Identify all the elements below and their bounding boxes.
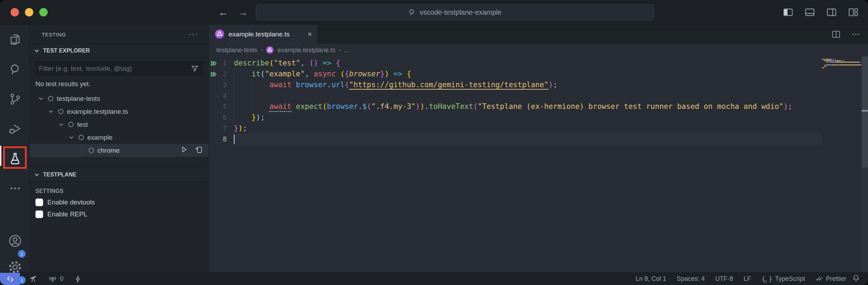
test-explorer-section-header[interactable]: TEST EXPLORER [30,44,208,57]
line-content[interactable]: }); [234,112,822,123]
sidebar-title: TESTING [42,32,66,37]
status-cursor-position[interactable]: Ln 8, Col 1 [636,275,666,283]
toggle-panel-icon[interactable] [804,7,815,18]
status-indentation[interactable]: Spaces: 4 [677,275,705,283]
status-eol[interactable]: LF [744,275,751,283]
close-icon[interactable] [11,8,19,16]
zoom-icon[interactable] [39,8,48,16]
sidebar-item-explorer[interactable] [0,25,30,54]
navigate-back-icon[interactable]: ← [218,6,229,18]
double-check-icon: ✓✓ [815,275,820,283]
token-b2: { [336,59,340,67]
breadcrumb-symbol[interactable]: ... [344,47,350,54]
line-content[interactable]: await expect(browser.$(".f4.my-3")).toHa… [234,101,822,112]
navigate-forward-icon[interactable]: → [238,6,248,18]
tab-close-icon[interactable]: × [307,30,312,39]
tab-example-testplane[interactable]: example.testplane.ts × [209,25,318,44]
settings-button[interactable]: 1 [0,252,30,282]
gutter-spacer [209,123,219,134]
status-encoding[interactable]: UTF-8 [715,275,733,283]
breadcrumb-file[interactable]: example.testplane.ts [277,47,335,54]
code-line-3[interactable]: 3 await browser.url("https://github.com/… [209,79,822,90]
bell-icon [852,274,860,282]
token-fn: describe [234,59,269,67]
code-line-2[interactable]: 2 it("example", async ({browser}) => { [209,69,822,79]
token-fg [234,70,252,78]
code-editor[interactable]: 1describe("test", () => {2 it("example",… [209,56,868,272]
line-content[interactable]: await browser.url("https://github.com/ge… [234,79,822,90]
toggle-primary-sidebar-icon[interactable] [782,7,794,18]
filter-funnel-icon[interactable] [191,64,199,73]
command-center-search[interactable]: vscode-testplane-example [256,4,654,20]
notifications-button[interactable] [852,274,868,284]
chevron-down-icon[interactable] [47,108,55,115]
testplane-section-header[interactable]: TESTPLANE [30,168,208,181]
indent-guide [234,112,235,123]
token-var: browser [296,81,327,89]
scrollbar-thumb[interactable] [862,56,868,168]
line-number: 1 [219,58,227,69]
code-line-6[interactable]: 6 }); [209,112,822,123]
code-line-7[interactable]: 7}); [209,123,822,134]
line-content[interactable] [234,90,822,101]
token-fg [291,102,296,111]
sidebar-item-search[interactable] [0,54,30,84]
token-fn: expect [296,102,323,111]
chevron-down-icon[interactable] [57,121,65,128]
sidebar-item-run-debug[interactable] [0,114,30,144]
status-formatter[interactable]: ✓✓Prettier [815,275,846,283]
line-content[interactable]: it("example", async ({browser}) => { [234,69,822,79]
token-b2: ) [784,102,788,111]
tree-item-chrome[interactable]: chrome [30,144,208,157]
tree-item-testplane-tests[interactable]: testplane-tests [30,92,208,105]
testplane-file-icon [215,29,224,39]
go-to-test-icon[interactable] [195,145,203,156]
line-content[interactable]: }); [234,123,822,134]
line-number: 4 [219,90,227,101]
code-line-5[interactable]: 5 await expect(browser.$(".f4.my-3")).to… [209,101,822,112]
extension-telescope-button[interactable] [29,275,38,283]
search-text: vscode-testplane-example [420,8,501,16]
accounts-button[interactable]: 1 [0,226,30,256]
code-line-8[interactable]: 8 [209,134,822,145]
chevron-down-icon[interactable] [67,134,75,141]
code-line-1[interactable]: 1describe("test", () => { [209,58,822,69]
status-label: TypeScript [775,275,805,283]
toggle-secondary-sidebar-icon[interactable] [826,7,837,18]
breadcrumb-folder[interactable]: testplane-tests [216,47,257,54]
view-more-actions-icon[interactable]: ··· [189,30,198,39]
code-lines: 1describe("test", () => {2 it("example",… [209,56,822,145]
extension-zap-button[interactable] [74,275,82,283]
tree-item-example[interactable]: example [30,131,208,144]
testplane-file-icon [266,46,274,54]
code-line-4[interactable]: 4 [209,90,822,101]
line-content[interactable]: describe("test", () => { [234,58,822,69]
customize-layout-icon[interactable] [848,7,859,18]
checkbox[interactable] [35,199,43,206]
minimize-icon[interactable] [25,8,33,16]
zap-icon [74,275,82,283]
test-explorer-title: TEST EXPLORER [43,48,90,54]
tree-item-example.testplane.ts[interactable]: example.testplane.ts [30,105,208,118]
minimap[interactable] [822,59,861,70]
tree-item-test[interactable]: test [30,118,208,131]
overview-ruler-cursor-mark [862,110,868,112]
checkbox[interactable] [35,210,43,218]
status-language-mode[interactable]: { }TypeScript [761,275,805,283]
ports-indicator[interactable]: 0 [48,275,63,283]
sidebar-item-source-control[interactable] [0,84,30,114]
gutter-padding [227,123,234,134]
test-results-status: No test results yet. [35,80,203,88]
run-test-gutter-icon[interactable] [209,58,219,69]
chevron-down-icon[interactable] [37,95,45,102]
token-b1: { [407,70,411,78]
line-content[interactable] [234,134,822,145]
sidebar-item-more-views[interactable] [0,173,30,203]
run-test-icon[interactable] [180,145,188,155]
vertical-scrollbar[interactable] [862,56,868,272]
token-str: "example" [265,70,305,78]
run-test-gutter-icon[interactable] [209,69,219,79]
split-editor-icon[interactable] [831,29,841,40]
editor-more-actions-icon[interactable] [850,29,861,40]
test-filter-input[interactable] [39,65,191,72]
